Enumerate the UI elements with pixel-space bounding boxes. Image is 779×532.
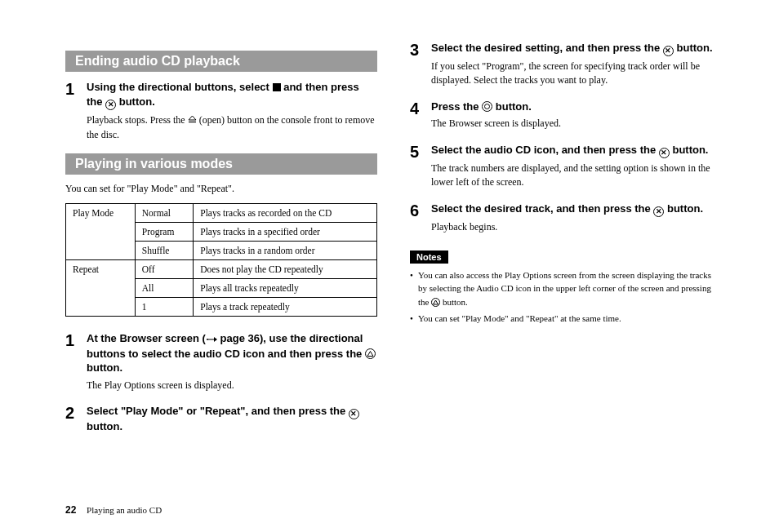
- section-header-ending: Ending audio CD playback: [65, 51, 377, 72]
- cell-desc: Plays tracks in a specified order: [194, 223, 377, 242]
- step-number: 4: [410, 100, 431, 131]
- cell-mode: Off: [135, 260, 193, 279]
- cell-mode: Shuffle: [135, 242, 193, 260]
- note-item: You can also access the Play Options scr…: [410, 268, 722, 309]
- text: button.: [664, 202, 703, 215]
- text: button.: [87, 361, 122, 374]
- step-title: Select the desired track, and then press…: [431, 202, 722, 217]
- step-number: 6: [410, 202, 431, 234]
- text: button.: [670, 144, 709, 156]
- svg-marker-7: [434, 300, 438, 304]
- text: Select the audio CD icon, and then press…: [431, 144, 659, 156]
- section-header-modes: Playing in various modes: [65, 153, 377, 175]
- reference-arrow-icon: [206, 332, 217, 347]
- cell-category: Repeat: [66, 260, 136, 317]
- step-5: 5 Select the audio CD icon, and then pre…: [410, 143, 722, 190]
- text: button.: [116, 95, 155, 108]
- notes-list: You can also access the Play Options scr…: [410, 268, 722, 326]
- triangle-button-icon: [431, 298, 440, 307]
- cell-desc: Plays a track repeatedly: [194, 298, 377, 317]
- step-title: Press the button.: [431, 100, 722, 114]
- step-1-modes: 1 At the Browser screen ( page 36), use …: [65, 331, 377, 392]
- cell-mode: 1: [135, 298, 193, 317]
- cell-mode: Normal: [135, 204, 193, 223]
- text: button.: [492, 100, 532, 113]
- svg-marker-0: [189, 116, 196, 120]
- step-4: 4 Press the button. The Browser screen i…: [410, 100, 722, 131]
- x-button-icon: ✕: [349, 409, 359, 419]
- footer-title: Playing an audio CD: [87, 505, 162, 515]
- text: button.: [440, 297, 468, 307]
- left-column: Ending audio CD playback 1 Using the dir…: [65, 41, 377, 446]
- step-number: 1: [65, 331, 87, 392]
- step-6: 6 Select the desired track, and then pre…: [410, 202, 722, 234]
- step-number: 2: [65, 404, 87, 434]
- step-title: Select the desired setting, and then pre…: [431, 41, 722, 56]
- step-text: Playback stops. Press the (open) button …: [87, 113, 377, 143]
- step-1-ending: 1 Using the directional buttons, select …: [65, 80, 377, 142]
- table-row: Play Mode Normal Plays tracks as recorde…: [66, 204, 377, 223]
- text: Press the: [431, 100, 482, 113]
- step-number: 1: [65, 80, 87, 142]
- page-footer: 22 Playing an audio CD: [65, 504, 162, 516]
- right-column: 3 Select the desired setting, and then p…: [410, 41, 722, 446]
- step-2-modes: 2 Select "Play Mode" or "Repeat", and th…: [65, 404, 377, 434]
- step-text: Playback begins.: [431, 220, 722, 234]
- note-item: You can set "Play Mode" and "Repeat" at …: [410, 312, 722, 326]
- svg-point-6: [485, 104, 490, 109]
- step-text: The Browser screen is displayed.: [431, 117, 722, 131]
- circle-button-icon: [482, 101, 492, 112]
- text: Select the desired setting, and then pre…: [431, 42, 663, 54]
- step-number: 5: [410, 143, 431, 190]
- step-number: 3: [410, 41, 431, 88]
- cell-desc: Plays tracks in a random order: [194, 242, 377, 260]
- cell-mode: All: [135, 279, 193, 298]
- stop-icon: [273, 83, 281, 91]
- x-button-icon: ✕: [105, 100, 116, 110]
- x-button-icon: ✕: [653, 206, 664, 217]
- cell-desc: Does not play the CD repeatedly: [194, 260, 377, 279]
- step-text: The Play Options screen is displayed.: [87, 379, 377, 392]
- step-text: The track numbers are displayed, and the…: [431, 162, 722, 190]
- notes-label: Notes: [410, 250, 448, 264]
- cell-mode: Program: [135, 223, 193, 242]
- step-title: Select "Play Mode" or "Repeat", and then…: [87, 404, 377, 434]
- text: At the Browser screen (: [87, 332, 206, 344]
- cell-desc: Plays all tracks repeatedly: [194, 279, 377, 298]
- text: Select the desired track, and then press…: [431, 202, 653, 215]
- text: Select "Play Mode" or "Repeat", and then…: [87, 405, 349, 417]
- step-text: If you select "Program", the screen for …: [431, 60, 722, 88]
- cell-category: Play Mode: [66, 204, 136, 260]
- x-button-icon: ✕: [663, 46, 674, 56]
- triangle-button-icon: [365, 348, 376, 359]
- step-3: 3 Select the desired setting, and then p…: [410, 41, 722, 88]
- svg-marker-5: [367, 351, 373, 356]
- page-number: 22: [65, 504, 76, 516]
- eject-icon: [188, 114, 197, 128]
- text: button.: [87, 420, 122, 432]
- table-row: Repeat Off Does not play the CD repeated…: [66, 260, 377, 279]
- text: Using the directional buttons, select: [87, 81, 273, 93]
- x-button-icon: ✕: [659, 148, 670, 158]
- cell-desc: Plays tracks as recorded on the CD: [194, 204, 377, 223]
- text: Playback stops. Press the: [87, 114, 188, 126]
- play-modes-table: Play Mode Normal Plays tracks as recorde…: [65, 203, 377, 317]
- step-title: Select the audio CD icon, and then press…: [431, 143, 722, 158]
- svg-point-2: [207, 339, 208, 340]
- text: button.: [674, 42, 713, 54]
- step-title: Using the directional buttons, select an…: [87, 80, 377, 110]
- intro-text: You can set for "Play Mode" and "Repeat"…: [65, 183, 377, 195]
- step-title: At the Browser screen ( page 36), use th…: [87, 331, 377, 375]
